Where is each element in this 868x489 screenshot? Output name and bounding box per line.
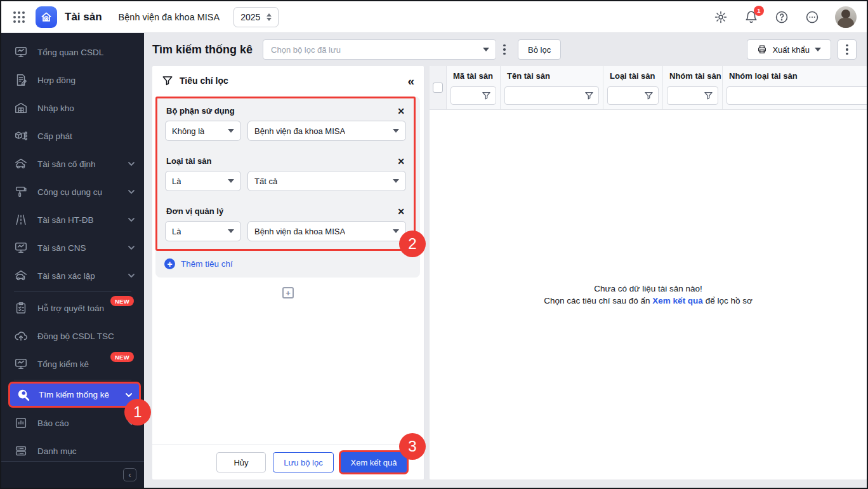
asset-app-logo-icon[interactable] bbox=[36, 6, 57, 28]
annotation-step-1: 1 bbox=[124, 399, 151, 425]
plus-circle-icon: + bbox=[164, 258, 175, 269]
sidebar-item-tai-san-co-dinh[interactable]: Tài sản cố định bbox=[1, 150, 144, 178]
chevron-down-icon bbox=[125, 391, 133, 399]
column-ten-tai-san: Tên tài sản bbox=[501, 66, 603, 109]
funnel-icon[interactable] bbox=[482, 91, 491, 100]
topbar: Tài sản Bệnh viện đa khoa MISA 2025 1 bbox=[1, 1, 867, 33]
column-filter[interactable] bbox=[504, 86, 599, 105]
main-area: Tìm kiếm thống kê Bỏ lọc Xuất khẩu bbox=[144, 33, 867, 488]
sidebar-item-tai-san-ht-db[interactable]: Tài sản HT-ĐB bbox=[1, 206, 144, 234]
funnel-icon[interactable] bbox=[584, 91, 594, 100]
column-filter[interactable] bbox=[667, 86, 718, 105]
sidebar-item-cap-phat[interactable]: Cấp phát bbox=[1, 122, 144, 150]
empty-state-line2: Chọn các tiêu chí sau đó ấn Xem kết quả … bbox=[544, 295, 753, 307]
help-icon[interactable] bbox=[774, 10, 789, 25]
column-nhom-loai-tai-san: Nhóm loại tài sản bbox=[723, 66, 867, 109]
sidebar-collapse-icon[interactable]: ‹ bbox=[123, 468, 136, 481]
column-filter[interactable] bbox=[450, 86, 496, 105]
results-table: Mã tài sản Tên tài sản Loại tài sản bbox=[430, 66, 867, 479]
operator-select[interactable]: Là bbox=[165, 221, 241, 241]
sidebar-nav: Tổng quan CSDL Hợp đồng Nhập kho bbox=[1, 33, 144, 461]
sidebar-item-ho-tro-quyet-toan[interactable]: Hỗ trợ quyết toán NEW bbox=[1, 294, 144, 322]
save-filter-button[interactable]: Lưu bộ lọc bbox=[273, 452, 334, 472]
funnel-icon[interactable] bbox=[644, 91, 654, 100]
clipboard-checklist-icon bbox=[14, 301, 28, 315]
sidebar-item-bao-cao[interactable]: Báo cáo bbox=[1, 409, 144, 437]
filter-panel-footer: Hủy Lưu bộ lọc Xem kết quả bbox=[152, 445, 424, 479]
criterion-loai-tai-san: Loại tài sản ✕ Là Tất cả bbox=[157, 149, 414, 199]
select-all-checkbox[interactable] bbox=[433, 83, 443, 93]
user-avatar[interactable] bbox=[835, 6, 857, 28]
sidebar-divider bbox=[14, 291, 131, 292]
view-results-button[interactable]: Xem kết quả bbox=[341, 452, 407, 472]
remove-criterion-icon[interactable]: ✕ bbox=[397, 157, 405, 166]
settings-gear-icon[interactable] bbox=[713, 10, 728, 25]
add-criteria-link[interactable]: + Thêm tiêu chí bbox=[155, 251, 420, 278]
empty-state: Chưa có dữ liệu tài sản nào! Chọn các ti… bbox=[544, 283, 753, 307]
funnel-icon[interactable] bbox=[704, 91, 713, 100]
chevron-down-icon bbox=[815, 48, 821, 51]
operator-select[interactable]: Không là bbox=[165, 121, 241, 141]
more-options-icon[interactable] bbox=[805, 10, 820, 25]
remove-criterion-icon[interactable]: ✕ bbox=[397, 107, 405, 116]
table-more-options-icon[interactable] bbox=[838, 39, 857, 60]
sidebar-item-dong-bo-csdl-tsc[interactable]: Đồng bộ CSDL TSC bbox=[1, 322, 144, 350]
select-all-cell bbox=[430, 66, 447, 109]
filter-more-options-icon[interactable] bbox=[496, 39, 513, 60]
add-criteria-group-icon[interactable]: + bbox=[282, 287, 294, 298]
app-grid-icon[interactable] bbox=[11, 10, 27, 25]
organization-name[interactable]: Bệnh viện đa khoa MISA bbox=[119, 12, 220, 22]
sidebar-item-tong-quan-csdl[interactable]: Tổng quan CSDL bbox=[1, 38, 144, 66]
report-chart-icon bbox=[14, 416, 28, 430]
new-badge: NEW bbox=[110, 296, 134, 306]
contract-icon bbox=[14, 73, 28, 87]
road-icon bbox=[14, 213, 28, 227]
filter-panel: Tiêu chí lọc « Bộ phận sử dụng ✕ bbox=[152, 66, 424, 479]
monitor-chart-icon bbox=[14, 241, 28, 255]
sidebar-item-hop-dong[interactable]: Hợp đồng bbox=[1, 66, 144, 94]
criterion-label: Bộ phận sử dụng bbox=[166, 106, 235, 116]
remove-criterion-icon[interactable]: ✕ bbox=[397, 207, 405, 216]
panel-collapse-icon[interactable]: « bbox=[407, 75, 414, 87]
sidebar-item-tim-kiem-thong-ke[interactable]: Tìm kiếm thống kê bbox=[10, 384, 139, 406]
sidebar-divider bbox=[14, 380, 131, 380]
chevron-down-icon bbox=[128, 244, 135, 251]
chevron-down-icon bbox=[483, 48, 489, 51]
new-badge: NEW bbox=[110, 352, 134, 362]
filter-panel-header: Tiêu chí lọc « bbox=[152, 66, 424, 95]
table-header: Mã tài sản Tên tài sản Loại tài sản bbox=[430, 66, 867, 110]
funnel-icon bbox=[162, 75, 173, 86]
cloud-sync-icon bbox=[14, 329, 28, 343]
cancel-button[interactable]: Hủy bbox=[216, 452, 266, 472]
value-select[interactable]: Tất cả bbox=[247, 171, 406, 191]
export-button[interactable]: Xuất khẩu bbox=[747, 39, 831, 60]
sidebar-item-nhap-kho[interactable]: Nhập kho bbox=[1, 94, 144, 122]
saved-filter-input[interactable] bbox=[270, 44, 483, 55]
chevron-down-icon bbox=[128, 216, 135, 224]
chevron-down-icon bbox=[128, 160, 135, 168]
sidebar-item-cong-cu-dung-cu[interactable]: Công cụ dụng cụ bbox=[1, 178, 144, 206]
sidebar-item-tong-kiem-ke[interactable]: Tổng kiểm kê NEW bbox=[1, 350, 144, 378]
criterion-label: Loại tài sản bbox=[166, 156, 212, 166]
sidebar-item-danh-muc[interactable]: Danh mục bbox=[1, 437, 144, 461]
column-filter[interactable] bbox=[727, 86, 867, 105]
established-asset-icon bbox=[14, 269, 28, 283]
operator-select[interactable]: Là bbox=[165, 171, 241, 191]
clear-filter-button[interactable]: Bỏ lọc bbox=[518, 39, 561, 60]
notifications-bell-icon[interactable]: 1 bbox=[744, 10, 759, 25]
year-stepper-icon[interactable] bbox=[266, 13, 272, 21]
column-filter[interactable] bbox=[607, 86, 659, 105]
value-select[interactable]: Bệnh viện đa khoa MISA bbox=[247, 121, 406, 141]
sidebar-item-tai-san-xac-lap[interactable]: Tài sản xác lập bbox=[1, 262, 144, 290]
fixed-asset-icon bbox=[14, 157, 28, 171]
view-results-link[interactable]: Xem kết quả bbox=[652, 296, 703, 305]
chevron-down-icon bbox=[128, 188, 135, 196]
year-selector[interactable]: 2025 bbox=[233, 7, 279, 27]
saved-filter-dropdown[interactable] bbox=[263, 39, 496, 60]
value-select[interactable]: Bệnh viện đa khoa MISA bbox=[247, 221, 406, 241]
annotation-box-criteria: Bộ phận sử dụng ✕ Không là Bệnh viện đa … bbox=[155, 97, 416, 251]
sidebar-item-tai-san-cns[interactable]: Tài sản CNS bbox=[1, 234, 144, 262]
dashboard-monitor-icon bbox=[14, 45, 28, 59]
chevron-down-icon bbox=[228, 229, 234, 233]
page-header: Tìm kiếm thống kê Bỏ lọc Xuất khẩu bbox=[144, 33, 867, 66]
